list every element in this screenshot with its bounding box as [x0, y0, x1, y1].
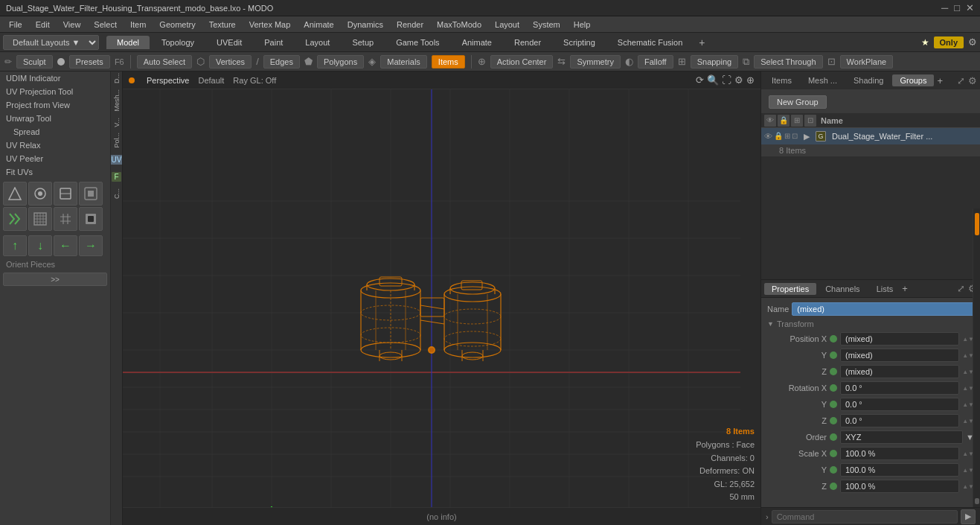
transform-triangle[interactable]: ▼: [767, 320, 774, 328]
auto-select-btn[interactable]: Auto Select: [137, 55, 192, 69]
action-center-btn[interactable]: Action Center: [490, 55, 554, 69]
command-input[interactable]: [772, 510, 958, 524]
viewport-default[interactable]: Default: [198, 76, 224, 85]
project-from-view[interactable]: Project from View: [0, 98, 110, 112]
vis-lock-icon[interactable]: 🔒: [778, 115, 790, 127]
menu-animate[interactable]: Animate: [298, 19, 339, 31]
viewport-rotate-icon[interactable]: ⟳: [696, 74, 704, 86]
vertices-btn[interactable]: Vertices: [209, 55, 252, 69]
udim-indicator[interactable]: UDIM Indicator: [0, 71, 110, 85]
maximize-btn[interactable]: □: [954, 2, 960, 13]
rot-y-value[interactable]: 0.0 °: [840, 398, 959, 411]
panel-tab-groups[interactable]: Groups: [892, 74, 934, 86]
name-field-value[interactable]: (mixed): [792, 302, 974, 316]
side-label-c[interactable]: C...: [113, 188, 121, 199]
group-item-name[interactable]: Dual_Stage_Water_Filter ...: [832, 132, 977, 141]
props-expand-icon[interactable]: ⤢: [957, 283, 965, 294]
menu-view[interactable]: View: [57, 19, 87, 31]
side-label-v[interactable]: V...: [113, 118, 121, 127]
rot-z-dot[interactable]: [830, 417, 837, 424]
props-tab-channels[interactable]: Channels: [818, 283, 867, 295]
tab-paint[interactable]: Paint: [254, 36, 293, 49]
group-expand-arrow[interactable]: ▶: [804, 132, 810, 141]
viewport-add-icon[interactable]: ⊕: [746, 74, 755, 86]
group-box1-icon[interactable]: ⊞: [784, 132, 790, 141]
vis-grid-icon[interactable]: ⊞: [791, 115, 803, 127]
snapping-btn[interactable]: Snapping: [691, 55, 739, 69]
menu-geometry[interactable]: Geometry: [153, 19, 201, 31]
tab-add-btn[interactable]: +: [694, 36, 709, 48]
scroll-handle-bottom[interactable]: [975, 498, 979, 504]
panel-tab-add[interactable]: +: [937, 75, 943, 86]
symmetry-btn[interactable]: Symmetry: [570, 55, 621, 69]
pos-z-value[interactable]: (mixed): [840, 365, 959, 378]
pos-y-dot[interactable]: [830, 351, 837, 359]
menu-texture[interactable]: Texture: [203, 19, 242, 31]
tab-uvedit[interactable]: UVEdit: [206, 36, 252, 49]
viewport-settings-icon[interactable]: ⚙: [734, 74, 743, 86]
cmd-run-btn[interactable]: ▶: [961, 509, 976, 524]
tool-icon-2[interactable]: [28, 182, 52, 206]
group-eye-icon[interactable]: 👁: [764, 132, 772, 141]
order-value[interactable]: XYZ: [840, 430, 963, 444]
scale-x-value[interactable]: 100.0 %: [840, 447, 959, 460]
group-box2-icon[interactable]: ⊡: [792, 132, 798, 141]
menu-dynamics[interactable]: Dynamics: [342, 19, 389, 31]
uv-relax[interactable]: UV Relax: [0, 139, 110, 152]
rot-y-dot[interactable]: [830, 401, 837, 408]
items-btn[interactable]: Items: [432, 55, 465, 69]
f-badge[interactable]: F: [112, 172, 121, 182]
side-label-d[interactable]: D...: [113, 73, 121, 83]
tool-icon-1[interactable]: [3, 182, 27, 206]
tab-scripting[interactable]: Scripting: [553, 36, 606, 49]
tab-render[interactable]: Render: [504, 36, 551, 49]
menu-item[interactable]: Item: [124, 19, 152, 31]
fit-uvs[interactable]: Fit UVs: [0, 165, 110, 179]
tab-topology[interactable]: Topology: [151, 36, 205, 49]
pos-x-value[interactable]: (mixed): [840, 332, 959, 346]
tab-model[interactable]: Model: [106, 36, 150, 49]
menu-maxtomodo[interactable]: MaxToModo: [431, 19, 487, 31]
unwrap-tool[interactable]: Unwrap Tool: [0, 112, 110, 125]
menu-file[interactable]: File: [3, 19, 28, 31]
panel-tab-shading[interactable]: Shading: [846, 74, 891, 86]
tool-icon-7[interactable]: [54, 207, 77, 231]
tool-icon-5[interactable]: [3, 207, 27, 231]
viewport-zoom-icon[interactable]: 🔍: [707, 74, 719, 86]
group-lock-icon[interactable]: 🔒: [774, 132, 783, 141]
pos-y-value[interactable]: (mixed): [840, 349, 959, 362]
minimize-btn[interactable]: ─: [941, 2, 948, 13]
viewport-fit-icon[interactable]: ⛶: [722, 74, 731, 86]
arrow-down-btn[interactable]: ↓: [28, 235, 52, 256]
tab-setup[interactable]: Setup: [342, 36, 384, 49]
panel-gear-icon[interactable]: ⚙: [968, 75, 977, 86]
props-tab-add[interactable]: +: [902, 283, 908, 294]
scale-z-dot[interactable]: [830, 483, 837, 490]
close-btn[interactable]: ✕: [966, 2, 974, 13]
spread-item[interactable]: Spread: [0, 125, 110, 139]
panel-expand-icon[interactable]: ⤢: [957, 75, 965, 86]
menu-render[interactable]: Render: [391, 19, 429, 31]
vis-eye-icon[interactable]: 👁: [764, 115, 776, 127]
props-tab-lists[interactable]: Lists: [869, 283, 901, 295]
arrow-right-btn[interactable]: →: [79, 235, 103, 256]
falloff-btn[interactable]: Falloff: [638, 55, 673, 69]
materials-btn[interactable]: Materials: [380, 55, 427, 69]
new-group-btn[interactable]: New Group: [769, 95, 827, 109]
uv-peeler[interactable]: UV Peeler: [0, 152, 110, 165]
panel-tab-mesh[interactable]: Mesh ...: [801, 74, 845, 86]
scale-x-dot[interactable]: [830, 450, 837, 457]
workplane-btn[interactable]: WorkPlane: [840, 55, 894, 69]
polygons-btn[interactable]: Polygons: [317, 55, 364, 69]
side-label-pol[interactable]: Pol...: [113, 133, 121, 148]
tool-icon-8[interactable]: [79, 207, 103, 231]
gear-icon[interactable]: ⚙: [968, 36, 977, 48]
edges-btn[interactable]: Edges: [263, 55, 300, 69]
expand-btn[interactable]: >>: [3, 273, 107, 286]
sculpt-btn[interactable]: Sculpt: [16, 55, 53, 69]
layout-dropdown[interactable]: Default Layouts ▼: [3, 35, 99, 50]
order-dot[interactable]: [830, 433, 837, 441]
scale-y-value[interactable]: 100.0 %: [840, 463, 959, 477]
side-label-mesh[interactable]: Mesh...: [113, 89, 121, 112]
scale-z-value[interactable]: 100.0 %: [840, 480, 959, 493]
